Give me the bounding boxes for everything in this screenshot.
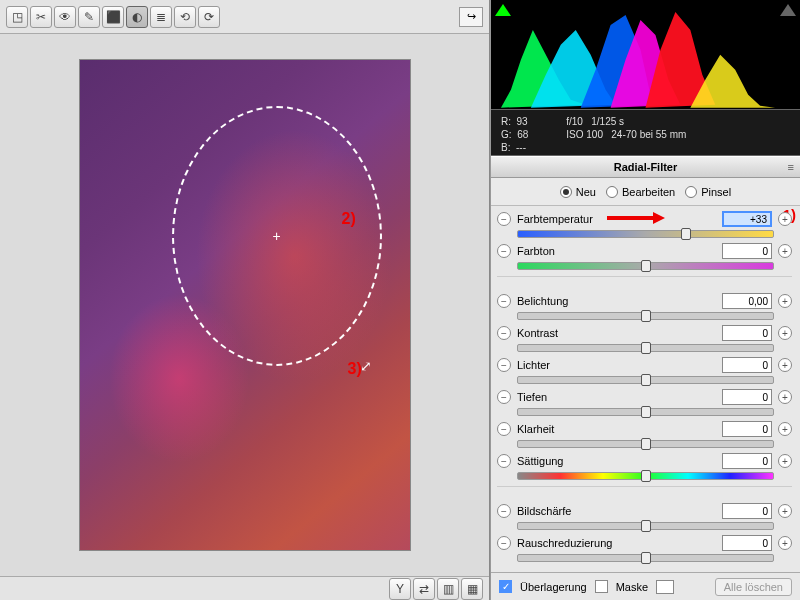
farbtemperatur-track[interactable] bbox=[517, 230, 774, 238]
rauschreduzierung-plus[interactable]: + bbox=[778, 536, 792, 550]
belichtung-knob[interactable] bbox=[641, 310, 651, 322]
swap-button[interactable]: ⇄ bbox=[413, 578, 435, 600]
saettigung-label: Sättigung bbox=[517, 455, 716, 467]
belichtung-label: Belichtung bbox=[517, 295, 716, 307]
bildschaerfe-minus[interactable]: − bbox=[497, 504, 511, 518]
bildschaerfe-value[interactable] bbox=[722, 503, 772, 519]
bildschaerfe-track[interactable] bbox=[517, 522, 774, 530]
saettigung-plus[interactable]: + bbox=[778, 454, 792, 468]
lichter-knob[interactable] bbox=[641, 374, 651, 386]
belichtung-value[interactable] bbox=[722, 293, 772, 309]
kontrast-plus[interactable]: + bbox=[778, 326, 792, 340]
slider-kontrast: − Kontrast + bbox=[497, 324, 792, 352]
saettigung-knob[interactable] bbox=[641, 470, 651, 482]
bildschaerfe-knob[interactable] bbox=[641, 520, 651, 532]
farbton-plus[interactable]: + bbox=[778, 244, 792, 258]
annotation-2: 2) bbox=[342, 210, 356, 228]
lichter-track[interactable] bbox=[517, 376, 774, 384]
kontrast-minus[interactable]: − bbox=[497, 326, 511, 340]
tool-2[interactable]: 👁 bbox=[54, 6, 76, 28]
photo-preview: ⤢ 2) 3) bbox=[80, 60, 410, 550]
lichter-plus[interactable]: + bbox=[778, 358, 792, 372]
tool-7[interactable]: ⟲ bbox=[174, 6, 196, 28]
lichter-label: Lichter bbox=[517, 359, 716, 371]
tool-3[interactable]: ✎ bbox=[78, 6, 100, 28]
grid-button[interactable]: ▦ bbox=[461, 578, 483, 600]
klarheit-value[interactable] bbox=[722, 421, 772, 437]
farbtemperatur-value[interactable] bbox=[722, 211, 772, 227]
klarheit-track[interactable] bbox=[517, 440, 774, 448]
tiefen-plus[interactable]: + bbox=[778, 390, 792, 404]
kontrast-knob[interactable] bbox=[641, 342, 651, 354]
farbton-label: Farbton bbox=[517, 245, 716, 257]
slider-farbtemperatur: − Farbtemperatur + bbox=[497, 210, 792, 238]
saettigung-track[interactable] bbox=[517, 472, 774, 480]
panel-menu-icon[interactable]: ≡ bbox=[788, 161, 794, 173]
tool-1[interactable]: ✂ bbox=[30, 6, 52, 28]
bildschaerfe-plus[interactable]: + bbox=[778, 504, 792, 518]
farbtemperatur-minus[interactable]: − bbox=[497, 212, 511, 226]
overlay-label: Überlagerung bbox=[520, 581, 587, 593]
mask-color-swatch[interactable] bbox=[656, 580, 674, 594]
slider-belichtung: − Belichtung + bbox=[497, 292, 792, 320]
slider-rauschreduzierung: − Rauschreduzierung + bbox=[497, 534, 792, 562]
tiefen-track[interactable] bbox=[517, 408, 774, 416]
tool-0[interactable]: ◳ bbox=[6, 6, 28, 28]
mask-checkbox[interactable] bbox=[595, 580, 608, 593]
lichter-minus[interactable]: − bbox=[497, 358, 511, 372]
mode-pinsel[interactable]: Pinsel bbox=[685, 186, 731, 198]
saettigung-value[interactable] bbox=[722, 453, 772, 469]
klarheit-plus[interactable]: + bbox=[778, 422, 792, 436]
toolbar: ◳✂👁✎⬛◐≣⟲⟳ ↪ bbox=[0, 0, 489, 34]
slider-saettigung: − Sättigung + bbox=[497, 452, 792, 480]
mask-label: Maske bbox=[616, 581, 648, 593]
farbton-knob[interactable] bbox=[641, 260, 651, 272]
farbton-track[interactable] bbox=[517, 262, 774, 270]
tool-6[interactable]: ≣ bbox=[150, 6, 172, 28]
canvas[interactable]: ⤢ 2) 3) bbox=[0, 34, 489, 576]
overlay-checkbox[interactable]: ✓ bbox=[499, 580, 512, 593]
mode-bearbeiten[interactable]: Bearbeiten bbox=[606, 186, 675, 198]
rauschreduzierung-value[interactable] bbox=[722, 535, 772, 551]
rauschreduzierung-knob[interactable] bbox=[641, 552, 651, 564]
slider-klarheit: − Klarheit + bbox=[497, 420, 792, 448]
panel-header: Radial-Filter ≡ bbox=[491, 156, 800, 178]
rauschreduzierung-track[interactable] bbox=[517, 554, 774, 562]
klarheit-knob[interactable] bbox=[641, 438, 651, 450]
bildschaerfe-label: Bildschärfe bbox=[517, 505, 716, 517]
tiefen-knob[interactable] bbox=[641, 406, 651, 418]
saettigung-minus[interactable]: − bbox=[497, 454, 511, 468]
tiefen-minus[interactable]: − bbox=[497, 390, 511, 404]
mode-neu[interactable]: Neu bbox=[560, 186, 596, 198]
compare-y-button[interactable]: Y bbox=[389, 578, 411, 600]
farbton-minus[interactable]: − bbox=[497, 244, 511, 258]
kontrast-value[interactable] bbox=[722, 325, 772, 341]
tiefen-value[interactable] bbox=[722, 389, 772, 405]
klarheit-label: Klarheit bbox=[517, 423, 716, 435]
farbtemperatur-plus[interactable]: + bbox=[778, 212, 792, 226]
clear-all-button[interactable]: Alle löschen bbox=[715, 578, 792, 596]
sliders-panel: 1) − Farbtemperatur + − Farbton + bbox=[491, 206, 800, 572]
exit-button[interactable]: ↪ bbox=[459, 7, 483, 27]
belichtung-track[interactable] bbox=[517, 312, 774, 320]
tool-5[interactable]: ◐ bbox=[126, 6, 148, 28]
lichter-value[interactable] bbox=[722, 357, 772, 373]
toggle-button[interactable]: ▥ bbox=[437, 578, 459, 600]
kontrast-track[interactable] bbox=[517, 344, 774, 352]
tool-4[interactable]: ⬛ bbox=[102, 6, 124, 28]
klarheit-minus[interactable]: − bbox=[497, 422, 511, 436]
belichtung-plus[interactable]: + bbox=[778, 294, 792, 308]
slider-tiefen: − Tiefen + bbox=[497, 388, 792, 416]
slider-bildschaerfe: − Bildschärfe + bbox=[497, 502, 792, 530]
annotation-3: 3) bbox=[348, 360, 362, 378]
radial-selection[interactable] bbox=[172, 106, 382, 366]
histogram[interactable] bbox=[491, 0, 800, 110]
slider-farbton: − Farbton + bbox=[497, 242, 792, 270]
belichtung-minus[interactable]: − bbox=[497, 294, 511, 308]
tiefen-label: Tiefen bbox=[517, 391, 716, 403]
farbtemperatur-knob[interactable] bbox=[681, 228, 691, 240]
rauschreduzierung-label: Rauschreduzierung bbox=[517, 537, 716, 549]
tool-8[interactable]: ⟳ bbox=[198, 6, 220, 28]
farbton-value[interactable] bbox=[722, 243, 772, 259]
rauschreduzierung-minus[interactable]: − bbox=[497, 536, 511, 550]
